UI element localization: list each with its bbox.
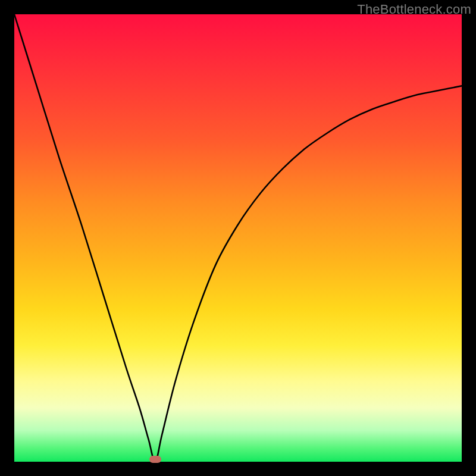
minimum-marker bbox=[149, 456, 161, 463]
bottleneck-curve bbox=[14, 14, 462, 462]
plot-area bbox=[14, 14, 462, 462]
chart-frame: TheBottleneck.com bbox=[0, 0, 476, 476]
curve-path bbox=[14, 14, 462, 462]
watermark-text: TheBottleneck.com bbox=[357, 2, 471, 17]
